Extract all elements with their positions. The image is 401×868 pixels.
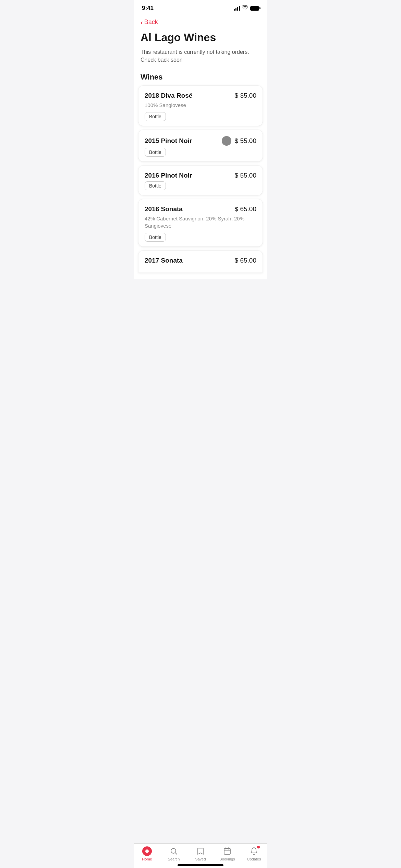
- back-label: Back: [144, 19, 158, 26]
- wine-tag-2: Bottle: [145, 148, 166, 157]
- wine-card-header-2: 2015 Pinot Noir $ 55.00: [145, 136, 256, 146]
- back-chevron-icon: ‹: [141, 19, 143, 26]
- restaurant-title: Al Lago Wines: [141, 31, 260, 44]
- wine-description-4: 42% Cabernet Sauvignon, 20% Syrah, 20% S…: [145, 215, 256, 229]
- wine-name-2: 2015 Pinot Noir: [145, 137, 218, 145]
- wine-price-4: $ 65.00: [235, 205, 256, 213]
- signal-icon: [234, 6, 240, 11]
- wine-tag-3: Bottle: [145, 181, 166, 190]
- wine-name-1: 2018 Diva Rosé: [145, 92, 235, 99]
- wifi-icon: [242, 5, 248, 11]
- page-header: Al Lago Wines This restaurant is current…: [134, 28, 267, 67]
- content-area: ‹ Back Al Lago Wines This restaurant is …: [134, 14, 267, 279]
- wine-card-header-5: 2017 Sonata $ 65.00: [145, 257, 256, 264]
- wine-price-1: $ 35.00: [235, 92, 256, 99]
- wine-price-5: $ 65.00: [235, 257, 256, 264]
- wine-description-1: 100% Sangiovese: [145, 101, 256, 109]
- wine-card-4[interactable]: 2016 Sonata $ 65.00 42% Cabernet Sauvign…: [138, 199, 263, 246]
- wine-list: 2018 Diva Rosé $ 35.00 100% Sangiovese B…: [134, 86, 267, 273]
- wine-name-3: 2016 Pinot Noir: [145, 172, 235, 179]
- section-title: Wines: [134, 67, 267, 86]
- wine-card-2[interactable]: 2015 Pinot Noir $ 55.00 Bottle: [138, 130, 263, 161]
- wine-card-3[interactable]: 2016 Pinot Noir $ 55.00 Bottle: [138, 166, 263, 195]
- status-icons: [234, 5, 259, 11]
- wine-price-2: $ 55.00: [235, 137, 256, 145]
- back-button[interactable]: ‹ Back: [134, 14, 267, 28]
- wine-card-header-1: 2018 Diva Rosé $ 35.00: [145, 92, 256, 99]
- status-time: 9:41: [142, 5, 154, 12]
- wine-card-header-4: 2016 Sonata $ 65.00: [145, 205, 256, 213]
- wine-price-3: $ 55.00: [235, 172, 256, 179]
- wine-name-5: 2017 Sonata: [145, 257, 235, 264]
- wine-sold-out-dot: [222, 136, 231, 146]
- wine-card-header-3: 2016 Pinot Noir $ 55.00: [145, 172, 256, 179]
- status-bar: 9:41: [134, 0, 267, 14]
- restaurant-notice: This restaurant is currently not taking …: [141, 48, 260, 64]
- wine-name-4: 2016 Sonata: [145, 205, 235, 213]
- wine-card-5[interactable]: 2017 Sonata $ 65.00: [138, 251, 263, 273]
- wine-tag-1: Bottle: [145, 112, 166, 121]
- wine-tag-4: Bottle: [145, 233, 166, 242]
- wine-card-1[interactable]: 2018 Diva Rosé $ 35.00 100% Sangiovese B…: [138, 86, 263, 126]
- battery-icon: [250, 6, 259, 11]
